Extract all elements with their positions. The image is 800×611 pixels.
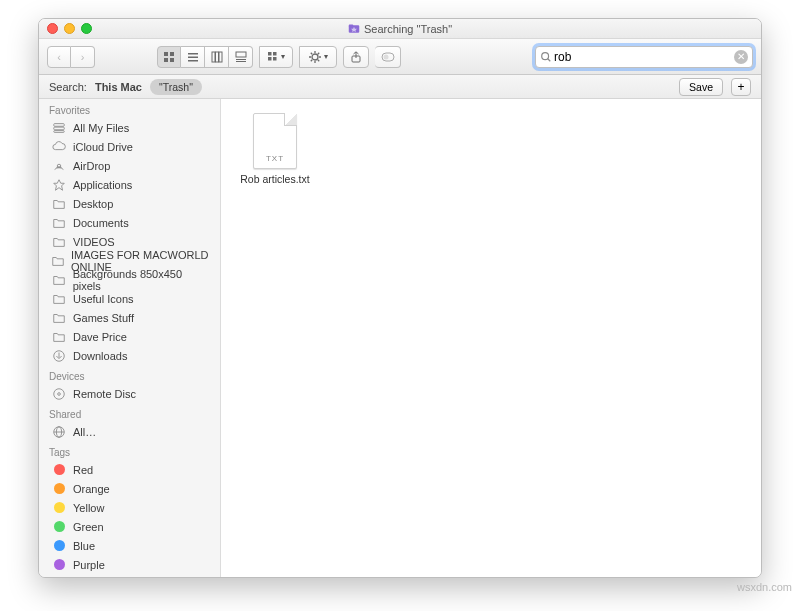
sidebar-item[interactable]: Backgrounds 850x450 pixels [39, 270, 220, 289]
scope-trash[interactable]: "Trash" [150, 79, 202, 95]
svg-line-26 [318, 59, 319, 60]
forward-button[interactable]: › [71, 46, 95, 68]
view-icon-button[interactable] [157, 46, 181, 68]
action-button[interactable]: ▾ [299, 46, 337, 68]
svg-line-25 [311, 52, 312, 53]
sidebar-item-label: Downloads [73, 350, 127, 362]
view-mode-group [157, 46, 253, 68]
window-controls [47, 23, 92, 34]
file-ext-label: TXT [254, 154, 296, 163]
clear-search-icon[interactable]: ✕ [734, 50, 748, 64]
minimize-button[interactable] [64, 23, 75, 34]
tag-dot [51, 462, 67, 478]
scope-this-mac[interactable]: This Mac [95, 81, 142, 93]
tag-dot [51, 500, 67, 516]
disc-icon [51, 386, 67, 402]
sidebar-item[interactable]: Downloads [39, 346, 220, 365]
smart-folder-icon [348, 23, 360, 35]
folder-icon [51, 329, 67, 345]
downloads-icon [51, 348, 67, 364]
finder-window: Searching "Trash" ‹ › ▾ ▾ ✕ Search: [38, 18, 762, 578]
folder-icon [51, 196, 67, 212]
sidebar-item[interactable]: Green [39, 517, 220, 536]
titlebar: Searching "Trash" [39, 19, 761, 39]
sidebar: FavoritesAll My FilesiCloud DriveAirDrop… [39, 99, 221, 577]
svg-rect-16 [268, 52, 272, 56]
svg-rect-11 [215, 52, 218, 62]
svg-rect-17 [273, 52, 277, 56]
file-item[interactable]: TXT Rob articles.txt [235, 113, 315, 185]
sidebar-section-header: Shared [39, 403, 220, 422]
tag-dot [51, 519, 67, 535]
file-name-label: Rob articles.txt [240, 173, 309, 185]
folder-icon [51, 215, 67, 231]
folder-icon [51, 291, 67, 307]
svg-rect-9 [188, 60, 198, 62]
svg-rect-13 [236, 52, 246, 57]
sidebar-item-label: Orange [73, 483, 110, 495]
sidebar-item-label: Green [73, 521, 104, 533]
sidebar-item[interactable]: Red [39, 460, 220, 479]
sidebar-item[interactable]: Blue [39, 536, 220, 555]
nav-buttons: ‹ › [47, 46, 95, 68]
sidebar-item[interactable]: AirDrop [39, 156, 220, 175]
sidebar-item-label: Yellow [73, 502, 104, 514]
view-column-button[interactable] [205, 46, 229, 68]
sidebar-item-label: Dave Price [73, 331, 127, 343]
icloud-icon [51, 139, 67, 155]
svg-rect-1 [349, 24, 354, 26]
sidebar-item-label: Backgrounds 850x450 pixels [73, 268, 210, 292]
sidebar-item-label: iCloud Drive [73, 141, 133, 153]
sidebar-item-label: Games Stuff [73, 312, 134, 324]
sidebar-item-label: Desktop [73, 198, 113, 210]
sidebar-item[interactable]: Useful Icons [39, 289, 220, 308]
svg-rect-8 [188, 56, 198, 58]
svg-line-27 [311, 59, 312, 60]
sidebar-section-header: Tags [39, 441, 220, 460]
search-input[interactable] [554, 50, 734, 64]
sidebar-item-label: Remote Disc [73, 388, 136, 400]
sidebar-item[interactable]: All My Files [39, 118, 220, 137]
window-title: Searching "Trash" [364, 23, 452, 35]
sidebar-item[interactable]: Yellow [39, 498, 220, 517]
svg-point-32 [383, 54, 388, 59]
svg-rect-35 [54, 123, 65, 126]
view-list-button[interactable] [181, 46, 205, 68]
save-search-button[interactable]: Save [679, 78, 723, 96]
search-scope-bar: Search: This Mac "Trash" Save + [39, 75, 761, 99]
sidebar-item[interactable]: Orange [39, 479, 220, 498]
svg-rect-3 [164, 52, 168, 56]
sidebar-item[interactable]: Purple [39, 555, 220, 574]
search-field[interactable]: ✕ [535, 46, 753, 68]
view-coverflow-button[interactable] [229, 46, 253, 68]
sidebar-item[interactable]: iCloud Drive [39, 137, 220, 156]
maximize-button[interactable] [81, 23, 92, 34]
sidebar-section-header: Favorites [39, 99, 220, 118]
sidebar-item-label: Purple [73, 559, 105, 571]
sidebar-item[interactable]: Dave Price [39, 327, 220, 346]
tags-button[interactable] [375, 46, 401, 68]
sidebar-item[interactable]: Documents [39, 213, 220, 232]
results-area[interactable]: TXT Rob articles.txt [221, 99, 761, 577]
add-criteria-button[interactable]: + [731, 78, 751, 96]
svg-rect-18 [268, 57, 272, 61]
sidebar-item[interactable]: Applications [39, 175, 220, 194]
svg-point-20 [312, 54, 318, 60]
close-button[interactable] [47, 23, 58, 34]
sidebar-item[interactable]: Gray [39, 574, 220, 577]
back-button[interactable]: ‹ [47, 46, 71, 68]
txt-file-icon: TXT [253, 113, 297, 169]
arrange-button[interactable]: ▾ [259, 46, 293, 68]
svg-rect-6 [170, 58, 174, 62]
sidebar-item[interactable]: All… [39, 422, 220, 441]
search-label: Search: [49, 81, 87, 93]
sidebar-item[interactable]: Desktop [39, 194, 220, 213]
svg-point-33 [542, 52, 549, 59]
share-button[interactable] [343, 46, 369, 68]
sidebar-item[interactable]: Games Stuff [39, 308, 220, 327]
folder-icon [51, 310, 67, 326]
search-icon [540, 51, 554, 63]
svg-rect-7 [188, 53, 198, 55]
svg-line-34 [548, 58, 551, 61]
sidebar-item[interactable]: Remote Disc [39, 384, 220, 403]
